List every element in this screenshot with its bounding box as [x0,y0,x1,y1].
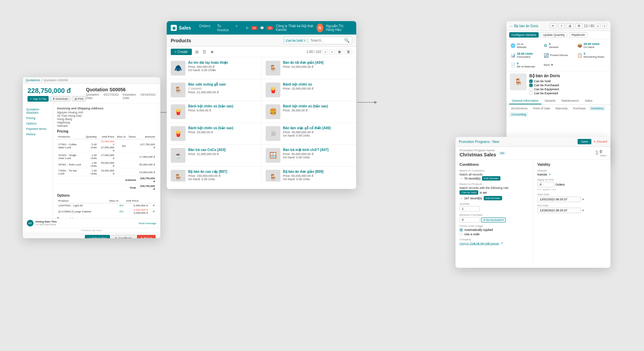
nav-quotation[interactable]: Quotation S00056A [23,107,53,115]
bom-action[interactable]: 📄 0 Bill of Materials [509,61,541,69]
feedback-button[interactable]: ✎ Feedback [111,235,136,238]
send-message-link[interactable]: Send message [139,222,156,225]
radio-auto[interactable] [460,228,463,232]
list-item[interactable]: 🪑 Bàn cafe vuông gỗ sam 2 Variants Price… [167,79,262,101]
nav-payment[interactable]: Payment terms [23,126,53,132]
create-button[interactable]: + Create [171,49,192,55]
print-button[interactable]: 🖨 [566,23,574,29]
btn-sign[interactable]: ✓ Sign & Pay [28,96,49,102]
can-be-purchased-checkbox[interactable] [529,84,533,87]
product-moves-action[interactable]: 🔄 Product Moves [542,51,574,59]
reject-button[interactable]: ✗ Reject [137,235,156,238]
settings-button[interactable]: ⚙ [575,23,583,29]
reorder-rules-action[interactable]: 📋 3 Reordering Rules [576,51,608,59]
promo-code-label: Promo Code Usage [460,224,529,228]
website-link-icon[interactable]: ↗ [548,173,551,176]
configure-variants-btn[interactable]: Configure Variants [509,32,539,38]
nav-history[interactable]: History [23,132,53,137]
start-date-input[interactable] [537,197,581,202]
tab-sales[interactable]: Sales [582,98,595,104]
list-item[interactable]: 🍟 Bánh bột chiên xù Price: 15,000,000.00… [262,79,357,101]
nav-options[interactable]: Options [23,121,53,126]
company-link[interactable]: Công ty Thiết kế Nội thất Kanota [460,242,499,245]
nav-pricing[interactable]: Pricing [23,115,53,121]
search-input[interactable] [309,38,342,43]
external-link-icon[interactable]: ↗ [500,242,503,245]
update-quantity-btn[interactable]: Update Quantity [541,32,567,38]
detail-topbar: ← Bộ bàn ăn Doris ✏ + 🖨 ⚙ 13 / 80 ‹ › [506,21,610,31]
list-item[interactable]: 🧥 Áo len dài tay hoàn thiện Price: 450,0… [167,57,262,79]
search-tag-close[interactable]: ✕ [304,39,306,42]
tab-general[interactable]: General Information [509,98,541,104]
product-variant: 2 Variants [188,87,257,90]
list-item[interactable]: 🖥 Bàn làm việc gỗ cổ điển [A06] Price: 3… [262,123,357,145]
end-date-input[interactable] [537,208,581,213]
end-date-label: End Date [537,204,606,207]
variants-action[interactable]: ⚙ 3 Variants [542,41,574,50]
pager-next[interactable]: › [329,49,334,54]
can-be-sold-checkbox[interactable] [529,80,533,83]
replenish-btn[interactable]: Replenish [569,32,587,38]
start-date-arrow[interactable]: ▾ [582,198,584,201]
go-to-website[interactable]: 🌐 Go to Website [509,41,541,50]
list-view-btn[interactable]: ☰ [344,49,352,55]
breadcrumb-parent[interactable]: Promotion Programs [459,140,490,144]
quantity-input[interactable] [460,206,480,211]
list-item[interactable]: 🍟 Bánh bột chiên xù (bản sao) Price: 6,0… [167,101,262,123]
can-be-expensed-checkbox[interactable] [529,92,533,95]
tab-variants[interactable]: Variants [542,98,558,104]
radio-manual[interactable] [460,233,463,236]
refresh-icon[interactable]: ↻ [246,26,249,30]
subtab-warranty[interactable]: Warranty [553,106,570,111]
user-avatar[interactable]: N [317,23,323,32]
breadcrumb-quotations[interactable]: Quotations [25,79,40,82]
list-item[interactable]: 🪑 Bộ bàn ăn đơn giản [B09] Price: 65,000… [262,166,357,182]
discard-button[interactable]: ✕ Discard [593,139,607,144]
product-image: 🪟 [266,148,280,163]
subtab-purchase[interactable]: Purchase [571,106,588,111]
add-button[interactable]: + [558,23,565,29]
forecasted-action[interactable]: 📊 28.00 Units Forecasted [509,51,541,59]
star-icon[interactable]: ★ [209,49,215,55]
list-item[interactable]: 🪑 Bàn ăn tối đơn giản [A04] Price: 52,00… [262,57,357,79]
apply-note: If 0, applies one [537,188,606,191]
more-action[interactable]: More ▼ [542,61,574,69]
list-icon[interactable]: ☰ [201,49,208,55]
pager-next[interactable]: › [602,23,607,29]
nav-orders[interactable]: Orders [197,22,213,33]
search-button[interactable]: 🔍 [342,37,352,44]
edit-domain-products-btn[interactable]: Edit Domain [484,196,502,200]
subtab-pos[interactable]: Point of Sale [531,106,552,111]
chat-icon[interactable]: 💬 [260,26,264,30]
list-item[interactable]: ☕ Bàn trà cao CoCo [A03] Price: 21,000,0… [167,145,262,166]
tab-maintenance[interactable]: Maintenance [559,98,582,104]
grid-view-btn[interactable]: ⊞ [336,49,343,55]
sign-pay-button[interactable]: ✓ Sign & Pay [85,235,110,238]
pager-prev[interactable]: ‹ [323,49,328,54]
options-table: Product Disc.% Unit Price LIGHT001 - Lig… [57,199,156,215]
min-purchase-input[interactable] [460,217,480,222]
btn-download[interactable]: ⬇ Download [50,96,70,102]
nav-invoice[interactable]: To Invoice [214,22,231,33]
on-hand-action[interactable]: 📦 28.00 Units On Hand [576,41,608,50]
edit-button[interactable]: ✏ [549,23,557,29]
list-item[interactable]: 🍔 Bánh bột chiên xù (bản sao) Price: 35,… [262,101,357,123]
end-date-arrow[interactable]: ▾ [582,209,584,212]
can-be-equipment-checkbox[interactable] [529,88,533,91]
subtab-ecommerce[interactable]: eCommerce [509,106,530,111]
filter-icon[interactable]: ⊞ [194,49,200,55]
back-button[interactable]: ← Bộ bàn ăn Doris [510,24,538,28]
list-item[interactable]: 🪟 Bàn trà mặt kính chữ T [A07] Price: 55… [262,145,357,166]
nav-add[interactable]: + [233,22,240,33]
list-item[interactable]: 🍟 Bánh bột chiên xù (bản sao) Price: 20,… [167,123,262,145]
list-item[interactable]: 🪑 Bộ bàn ăn cao cấp [B07] Price: 150,000… [167,166,262,182]
quick-actions: 🌐 Go to Website ⚙ 3 Variants 📦 28.00 Uni… [506,39,610,71]
btn-print[interactable]: 🖨 Print [72,96,86,102]
pager-prev[interactable]: ‹ [595,23,600,29]
edit-domain-customers-btn[interactable]: Edit Domain [482,176,501,181]
save-button[interactable]: Save [578,139,591,144]
subtab-accounting[interactable]: Accounting [509,112,528,117]
apply-on-input[interactable] [537,182,554,187]
subtab-inventory[interactable]: Inventory [589,106,605,111]
detail-product-info: Bộ bàn ăn Doris Can be Sold Can be Purch… [529,73,607,96]
